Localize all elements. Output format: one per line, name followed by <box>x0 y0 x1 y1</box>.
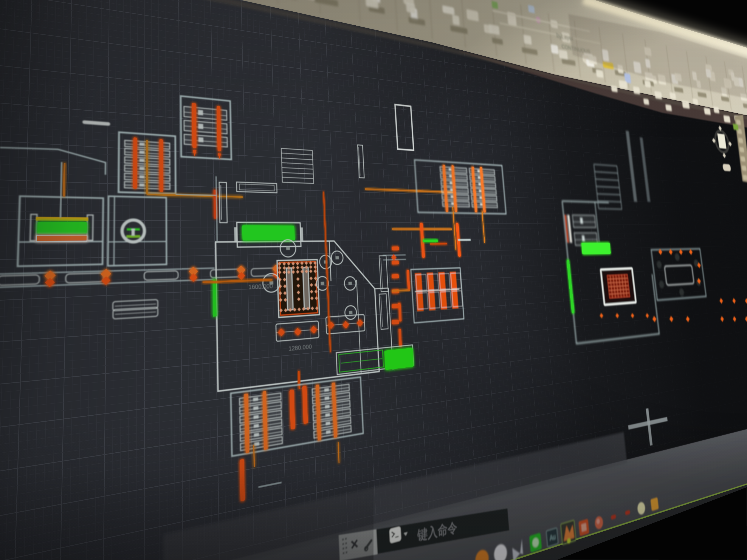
svg-text:1600.000: 1600.000 <box>248 282 273 291</box>
